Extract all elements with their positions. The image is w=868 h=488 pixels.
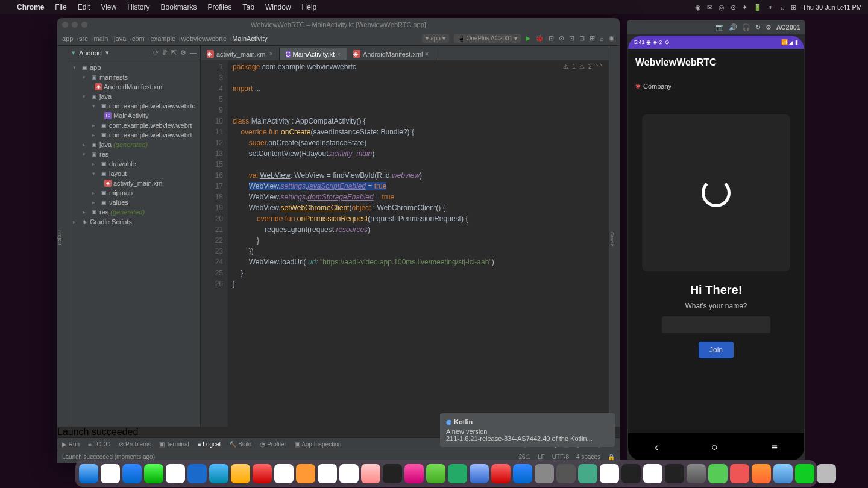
dock-app-icon[interactable]: [470, 464, 489, 483]
toolbar-icon[interactable]: ⊡: [549, 34, 554, 42]
toolbar-icon[interactable]: ⊡: [579, 34, 585, 42]
control-center-icon[interactable]: ⊞: [791, 4, 796, 11]
dock-app-icon[interactable]: [730, 464, 749, 483]
breadcrumb[interactable]: app src main java com example webviewweb…: [62, 35, 269, 42]
run-tab[interactable]: ▶ Run: [62, 441, 80, 448]
project-panel-header[interactable]: ▾Android▾ ⟳ ⇵ ⇱ ⚙ —: [68, 46, 200, 60]
toolbar-icon[interactable]: ⊙: [559, 34, 564, 42]
dock-app-icon[interactable]: [752, 464, 771, 483]
dock-app-icon[interactable]: [404, 464, 424, 483]
dock-app-icon[interactable]: [708, 464, 728, 483]
dock-app-icon[interactable]: [144, 464, 163, 483]
back-button[interactable]: ‹: [655, 441, 658, 454]
dock-app-icon[interactable]: [687, 464, 706, 483]
tree-node[interactable]: ▾▣java: [68, 92, 200, 101]
device-selector[interactable]: 📱 OnePlus AC2001 ▾: [454, 34, 521, 43]
dock-app-icon[interactable]: [209, 464, 228, 483]
dock-app-icon[interactable]: [426, 464, 445, 483]
tree-node[interactable]: ▸▣res (generated): [68, 207, 200, 217]
gear-icon[interactable]: ⚙: [766, 23, 772, 31]
dock-app-icon[interactable]: [448, 464, 467, 483]
dock-app-icon[interactable]: [187, 464, 207, 483]
headset-icon[interactable]: 🎧: [742, 23, 750, 31]
window-titlebar[interactable]: WebviewWebRTC – MainActivity.kt [Webview…: [57, 18, 620, 31]
hide-icon[interactable]: —: [190, 49, 197, 57]
dock-app-icon[interactable]: [318, 464, 337, 483]
search-icon[interactable]: ⌕: [600, 35, 604, 42]
toolbar-icon[interactable]: ⊞: [590, 34, 595, 42]
dock-app-icon[interactable]: [795, 464, 814, 483]
dock-app-icon[interactable]: [166, 464, 185, 483]
dock-app-icon[interactable]: [556, 464, 576, 483]
problems-tab[interactable]: ⊘ Problems: [119, 441, 151, 448]
dock-app-icon[interactable]: [101, 464, 120, 483]
camera-icon[interactable]: 📷: [715, 23, 724, 31]
dock-app-icon[interactable]: [773, 464, 793, 483]
dock-app-icon[interactable]: [621, 464, 641, 483]
device-screen[interactable]: 5:41 ◉ ◈ ⊙ ⊙ 📶 ◢ ▮ WebviewWebRTC ✱Compan…: [628, 36, 804, 461]
traffic-lights[interactable]: [62, 22, 87, 28]
tree-node[interactable]: ▸▣mipmap: [68, 188, 200, 198]
tab-main-activity[interactable]: CMainActivity.kt×: [280, 48, 347, 60]
logcat-tab[interactable]: ≡ Logcat: [198, 441, 221, 448]
terminal-tab[interactable]: ▣ Terminal: [159, 441, 189, 448]
code-area[interactable]: 1345 910111213151617181920212223242526 ⚠…: [201, 60, 609, 427]
home-button[interactable]: ○: [711, 441, 718, 454]
dock-app-icon[interactable]: [339, 464, 359, 483]
line-separator[interactable]: LF: [538, 454, 545, 460]
menu-view[interactable]: View: [101, 3, 116, 11]
dock-trash-icon[interactable]: [817, 464, 836, 483]
notification-popup[interactable]: ◉ Kotlin A new version 211-1.6.21-releas…: [440, 413, 615, 427]
tree-node[interactable]: ▾▣res: [68, 149, 200, 159]
tree-node[interactable]: ◈AndroidManifest.xml: [68, 82, 200, 92]
search-icon[interactable]: ⌕: [781, 4, 785, 11]
run-config-selector[interactable]: ▾ app ▾: [422, 34, 448, 43]
cursor-position[interactable]: 26:1: [518, 454, 530, 460]
tree-node[interactable]: ▸▣values: [68, 198, 200, 207]
dock-app-icon[interactable]: [122, 464, 142, 483]
tree-node[interactable]: ▾▣com.example.webviewwebrtc: [68, 101, 200, 111]
join-button[interactable]: Join: [699, 342, 734, 358]
encoding[interactable]: UTF-8: [552, 454, 569, 460]
tree-node[interactable]: ◈activity_main.xml: [68, 178, 200, 188]
dock-app-icon[interactable]: [643, 464, 662, 483]
build-tab[interactable]: 🔨 Build: [229, 441, 251, 448]
dock-app-icon[interactable]: [79, 464, 98, 483]
menu-file[interactable]: File: [55, 3, 66, 11]
status-icon[interactable]: ◎: [719, 4, 725, 11]
dock-app-icon[interactable]: [296, 464, 315, 483]
inspection-indicator[interactable]: ⚠ 1 ⚠ 2 ^ ˅: [563, 61, 603, 72]
menu-tab[interactable]: Tab: [243, 3, 254, 11]
profiler-tab[interactable]: ◔ Profiler: [260, 441, 286, 448]
status-icon[interactable]: ◉: [695, 4, 701, 11]
run-button[interactable]: ▶: [526, 34, 530, 42]
dock-app-icon[interactable]: [383, 464, 402, 483]
todo-tab[interactable]: ≡ TODO: [88, 441, 110, 448]
name-input[interactable]: [662, 316, 770, 333]
dock-app-icon[interactable]: [600, 464, 619, 483]
avatar-icon[interactable]: ◉: [609, 34, 615, 42]
dock-app-icon[interactable]: [535, 464, 554, 483]
toolbar-icon[interactable]: ⊡: [569, 34, 574, 42]
code-content[interactable]: ⚠ 1 ⚠ 2 ^ ˅ package com.example.webvieww…: [228, 60, 609, 427]
status-icon[interactable]: ✦: [742, 4, 747, 11]
dock-app-icon[interactable]: [491, 464, 511, 483]
datetime[interactable]: Thu 30 Jun 5:41 PM: [802, 4, 862, 11]
dock-app-icon[interactable]: [231, 464, 250, 483]
menu-profiles[interactable]: Profiles: [208, 3, 232, 11]
lock-icon[interactable]: 🔒: [608, 454, 615, 460]
tree-node[interactable]: ▸▣com.example.webviewwebrt: [68, 130, 200, 140]
menu-help[interactable]: Help: [302, 3, 317, 11]
volume-icon[interactable]: 🔊: [729, 23, 737, 31]
wifi-icon[interactable]: ᯤ: [768, 4, 775, 11]
battery-icon[interactable]: 🔋: [753, 4, 762, 11]
tree-node-app[interactable]: ▾▣app: [68, 63, 200, 72]
dock-app-icon[interactable]: [578, 464, 597, 483]
indent[interactable]: 4 spaces: [576, 454, 600, 460]
dock-app-icon[interactable]: [513, 464, 532, 483]
tree-node[interactable]: ▾▣layout: [68, 169, 200, 178]
tab-manifest[interactable]: ◈AndroidManifest.xml×: [347, 48, 436, 60]
filter-icon[interactable]: ⇵: [162, 49, 168, 57]
sync-icon[interactable]: ⟳: [153, 49, 159, 57]
gradle-tool[interactable]: Gradle: [609, 232, 615, 246]
